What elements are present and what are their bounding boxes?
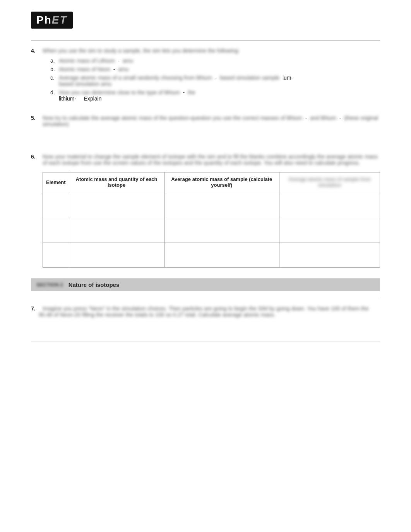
question-6-number: 6. bbox=[31, 153, 43, 160]
table-cell-element-2 bbox=[43, 217, 69, 242]
table-cell-isotope-1 bbox=[69, 192, 164, 217]
q4c-suffix: ium- bbox=[283, 75, 293, 81]
table-cell-avg-2 bbox=[164, 217, 279, 242]
table-row bbox=[43, 217, 380, 242]
question-7-number: 7. bbox=[31, 305, 43, 312]
table-cell-sim-2 bbox=[279, 217, 380, 242]
q4a-blurred: Atomic mass of Lithium bbox=[59, 58, 115, 64]
q4c-label: c. bbox=[50, 75, 59, 81]
phet-logo: PhET bbox=[31, 12, 73, 29]
q4b-value: amu bbox=[118, 66, 128, 72]
question-4c: c. Average atomic mass of a small random… bbox=[50, 75, 380, 87]
question-4-block: 4. When you use the sim to study a sampl… bbox=[31, 48, 380, 104]
question-4-intro: When you use the sim to study a sample, … bbox=[43, 48, 380, 54]
q5-blurred2: and lithium bbox=[310, 115, 336, 121]
q5-blurred4: simulation) bbox=[43, 121, 69, 127]
question-7-text: Imagine you press "Neon" in the simulati… bbox=[39, 305, 380, 318]
q4a-value: amu bbox=[123, 58, 133, 64]
q4b-blurred: Atomic mass of Neon bbox=[59, 66, 110, 72]
question-5-number: 5. bbox=[31, 115, 43, 121]
logo-text-ph: Ph bbox=[36, 14, 52, 26]
q5-blurred: Now try to calculate the average atomic … bbox=[43, 115, 302, 121]
question-4d: d. How you can determine close to the ty… bbox=[50, 89, 380, 102]
logo-area: PhET bbox=[31, 8, 380, 29]
question-6-block: 6. Now your material to change the sampl… bbox=[31, 153, 380, 268]
question-4-content: When you use the sim to study a sample, … bbox=[43, 48, 380, 102]
table-header-avg-mass: Average atomic mass of sample (calculate… bbox=[164, 172, 279, 192]
table-cell-sim-1 bbox=[279, 192, 380, 217]
table-cell-element-3 bbox=[43, 242, 69, 268]
table-cell-avg-1 bbox=[164, 192, 279, 217]
q4c-amu: based simulation amu bbox=[59, 81, 111, 87]
table-row bbox=[43, 242, 380, 268]
q4d-blurred2: the bbox=[188, 89, 195, 95]
question-5-text: Now try to calculate the average atomic … bbox=[43, 115, 380, 127]
table-cell-isotope-3 bbox=[69, 242, 164, 268]
question-4b: b. Atomic mass of Neon - amu bbox=[50, 66, 380, 72]
question-6-intro: Now your material to change the sample e… bbox=[43, 153, 380, 166]
table-header-sim-blurred: Average atomic mass of sample from simul… bbox=[288, 177, 370, 188]
question-5-content: Now try to calculate the average atomic … bbox=[43, 115, 380, 127]
q6-intro-blurred: Now your material to change the sample e… bbox=[43, 153, 378, 166]
q4c-content: Average atomic mass of a small randomly … bbox=[59, 75, 380, 87]
question-7-block: 7. Imagine you press "Neon" in the simul… bbox=[31, 305, 380, 318]
table-header-avg-sim: Average atomic mass of sample from simul… bbox=[279, 172, 380, 192]
q4c-blurred: Average atomic mass of a small randomly … bbox=[59, 75, 212, 81]
q4d-explain: Explain bbox=[84, 95, 102, 102]
q4d-content: How you can determine close to the type … bbox=[59, 89, 380, 102]
question-7-content: Imagine you press "Neon" in the simulati… bbox=[39, 305, 380, 318]
question-4-intro-blurred: When you use the sim to study a sample, … bbox=[43, 48, 240, 54]
question-5-block: 5. Now try to calculate the average atom… bbox=[31, 115, 380, 127]
q5-blurred3: (these original bbox=[344, 115, 378, 121]
q4a-content: Atomic mass of Lithium - amu bbox=[59, 58, 380, 64]
table-header-element: Element bbox=[43, 172, 69, 192]
q4d-blurred: How you can determine close to the type … bbox=[59, 89, 180, 95]
table-cell-element-1 bbox=[43, 192, 69, 217]
top-divider bbox=[31, 40, 380, 41]
section-2-divider bbox=[31, 299, 380, 299]
section-2-label: SECTION 2 bbox=[36, 282, 63, 288]
question-4a: a. Atomic mass of Lithium - amu bbox=[50, 58, 380, 64]
section-2-title: Nature of isotopes bbox=[68, 281, 120, 288]
q4b-label: b. bbox=[50, 66, 59, 72]
table-cell-avg-3 bbox=[164, 242, 279, 268]
isotope-table: Element Atomic mass and quantity of each… bbox=[43, 172, 380, 268]
logo-text-et: ET bbox=[52, 14, 67, 26]
q4a-label: a. bbox=[50, 58, 59, 64]
q4d-prefix: lithium- bbox=[59, 95, 76, 102]
footer-divider bbox=[31, 341, 380, 341]
question-6-content: Now your material to change the sample e… bbox=[43, 153, 380, 268]
q4d-label: d. bbox=[50, 89, 59, 95]
table-cell-isotope-2 bbox=[69, 217, 164, 242]
q4b-content: Atomic mass of Neon - amu bbox=[59, 66, 380, 72]
section-2-header: SECTION 2 Nature of isotopes bbox=[31, 278, 380, 291]
table-header-atomic-mass: Atomic mass and quantity of each isotope bbox=[69, 172, 164, 192]
question-4-number: 4. bbox=[31, 48, 43, 54]
q4c-blurred2: based simulation sample bbox=[220, 75, 279, 81]
q7-blurred: Imagine you press "Neon" in the simulati… bbox=[39, 305, 368, 318]
table-cell-sim-3 bbox=[279, 242, 380, 268]
table-row bbox=[43, 192, 380, 217]
